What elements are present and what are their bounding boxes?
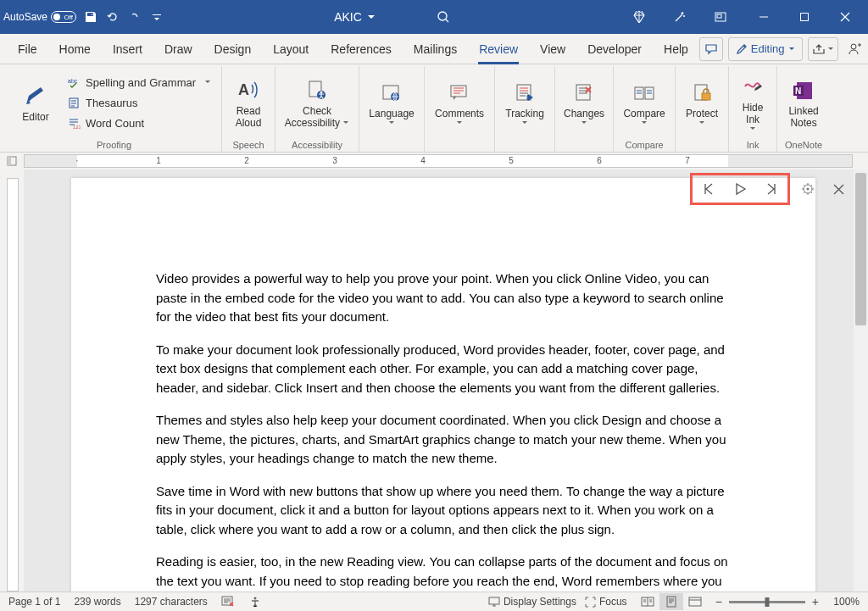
- svg-point-30: [253, 597, 256, 600]
- tab-file[interactable]: File: [7, 34, 48, 64]
- tab-draw[interactable]: Draw: [153, 34, 203, 64]
- tab-review[interactable]: Review: [468, 34, 529, 64]
- zoom-out[interactable]: −: [715, 595, 722, 608]
- zoom-slider[interactable]: [729, 601, 805, 603]
- document-title[interactable]: AKIC: [334, 10, 362, 24]
- tab-references[interactable]: References: [320, 34, 403, 64]
- tab-layout[interactable]: Layout: [262, 34, 320, 64]
- wand-icon[interactable]: [660, 0, 699, 34]
- web-layout-view[interactable]: [683, 593, 707, 610]
- chevron-down-icon: [788, 46, 795, 53]
- comments-button[interactable]: [699, 37, 723, 61]
- language-icon: [380, 79, 403, 108]
- read-aloud-next[interactable]: [755, 177, 786, 201]
- ink-group-label: Ink: [734, 138, 771, 152]
- diamond-icon[interactable]: [620, 0, 659, 34]
- customize-qat-icon[interactable]: [149, 9, 164, 25]
- linked-notes-button[interactable]: N Linked Notes: [782, 69, 825, 134]
- thesaurus-button[interactable]: Thesaurus: [63, 93, 216, 112]
- chevron-down-icon: [388, 119, 395, 126]
- tracking-dropdown[interactable]: Tracking: [500, 69, 549, 134]
- document-page[interactable]: Video provides a powerful way to help yo…: [71, 178, 815, 592]
- paragraph: Themes and styles also help keep your do…: [156, 411, 731, 469]
- share-button[interactable]: [808, 37, 838, 61]
- read-aloud-close[interactable]: [826, 177, 851, 201]
- book-icon: [68, 97, 81, 109]
- pencil-icon: [736, 43, 748, 55]
- tab-design[interactable]: Design: [203, 34, 263, 64]
- ribbon-display-icon[interactable]: [701, 0, 740, 34]
- compare-icon: [632, 79, 656, 108]
- proofing-group-label: Proofing: [12, 138, 216, 152]
- ruler-vertical[interactable]: [0, 169, 24, 592]
- undo-icon[interactable]: [105, 9, 120, 25]
- display-settings[interactable]: Display Settings: [488, 596, 576, 608]
- read-mode-view[interactable]: [636, 593, 659, 610]
- compare-dropdown[interactable]: Compare: [619, 69, 670, 134]
- tab-insert[interactable]: Insert: [102, 34, 153, 64]
- svg-point-4: [851, 44, 856, 49]
- maximize-button[interactable]: [785, 0, 824, 34]
- zoom-level[interactable]: 100%: [826, 596, 860, 608]
- focus-mode[interactable]: Focus: [585, 596, 627, 608]
- chevron-down-icon: [581, 119, 587, 126]
- tab-view[interactable]: View: [529, 34, 576, 64]
- accessibility-group-label: Accessibility: [281, 138, 353, 152]
- check-accessibility-button[interactable]: Check Accessibility: [281, 69, 353, 134]
- read-aloud-button[interactable]: A Read Aloud: [227, 69, 270, 134]
- changes-dropdown[interactable]: Changes: [560, 69, 608, 134]
- svg-rect-33: [667, 597, 676, 607]
- document-scroll[interactable]: Video provides a powerful way to help yo…: [24, 169, 868, 592]
- svg-point-0: [438, 12, 447, 20]
- zoom-in[interactable]: +: [812, 595, 819, 608]
- ruler-corner[interactable]: [0, 153, 24, 169]
- print-layout-view[interactable]: [659, 593, 683, 610]
- read-aloud-play[interactable]: [725, 177, 755, 201]
- char-count[interactable]: 1297 characters: [135, 596, 208, 608]
- close-button[interactable]: [826, 0, 865, 34]
- tab-home[interactable]: Home: [48, 34, 102, 64]
- tab-developer[interactable]: Developer: [576, 34, 653, 64]
- autosave-toggle[interactable]: AutoSave Off: [3, 11, 76, 23]
- read-aloud-previous[interactable]: [694, 177, 725, 201]
- account-icon[interactable]: [843, 42, 867, 57]
- svg-point-11: [320, 91, 323, 93]
- svg-rect-31: [489, 597, 499, 604]
- svg-rect-3: [801, 14, 809, 21]
- comments-dropdown[interactable]: Comments: [430, 69, 489, 134]
- vertical-scrollbar[interactable]: [854, 169, 868, 592]
- editing-mode-button[interactable]: Editing: [728, 37, 803, 61]
- scrollbar-thumb[interactable]: [855, 173, 866, 325]
- protect-dropdown[interactable]: Protect: [681, 69, 723, 134]
- page-indicator[interactable]: Page 1 of 1: [8, 596, 60, 608]
- spelling-grammar-button[interactable]: abcSpelling and Grammar: [63, 73, 216, 92]
- chevron-down-icon: [749, 125, 756, 132]
- svg-rect-17: [576, 85, 590, 100]
- ink-icon: [742, 73, 764, 102]
- svg-rect-21: [702, 93, 710, 100]
- tab-help[interactable]: Help: [653, 34, 699, 64]
- search-icon[interactable]: [437, 10, 450, 24]
- editor-icon: [23, 82, 48, 111]
- word-count[interactable]: 239 words: [74, 596, 120, 608]
- save-icon[interactable]: [83, 9, 98, 25]
- tab-mailings[interactable]: Mailings: [403, 34, 468, 64]
- changes-icon: [572, 79, 596, 108]
- read-aloud-settings[interactable]: [795, 177, 821, 201]
- redo-icon[interactable]: [127, 9, 142, 25]
- paragraph: Save time in Word with new buttons that …: [156, 482, 731, 540]
- paragraph: Video provides a powerful way to help yo…: [156, 269, 731, 327]
- ruler-horizontal[interactable]: · 1 2 3 4 5 6 7: [0, 153, 868, 169]
- editor-button[interactable]: Editor: [12, 69, 59, 134]
- statusbar: Page 1 of 1 239 words 1297 characters Di…: [0, 592, 868, 611]
- accessibility-icon: [304, 76, 330, 105]
- svg-rect-34: [689, 597, 701, 606]
- word-count-button[interactable]: 123Word Count: [63, 114, 216, 132]
- hide-ink-button[interactable]: Hide Ink: [734, 69, 771, 134]
- accessibility-status[interactable]: [248, 596, 262, 608]
- minimize-button[interactable]: [744, 0, 783, 34]
- read-aloud-toolbar: [690, 173, 851, 205]
- language-button[interactable]: Language: [364, 69, 419, 134]
- spell-check-status[interactable]: [221, 596, 235, 608]
- onenote-group-label: OneNote: [782, 138, 825, 152]
